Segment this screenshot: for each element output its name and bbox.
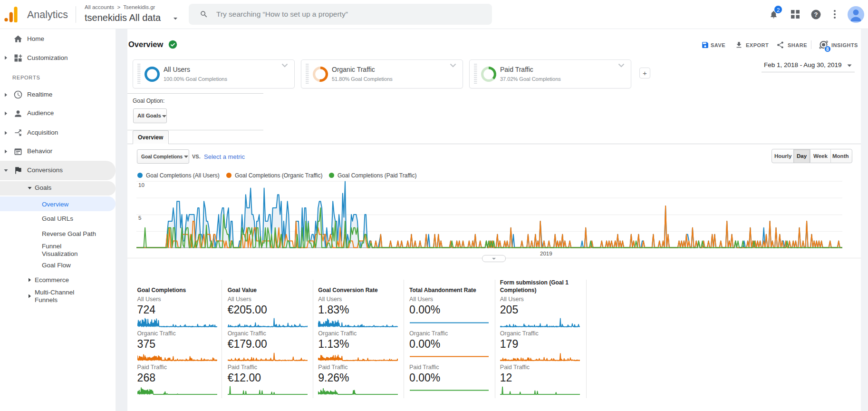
svg-text:?: ?: [814, 11, 818, 18]
